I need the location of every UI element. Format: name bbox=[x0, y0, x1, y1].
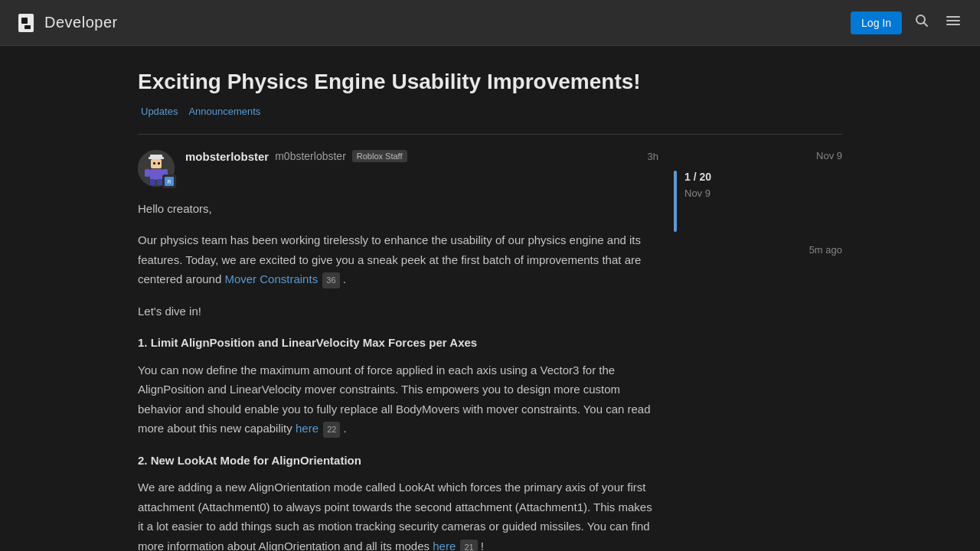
header-logo-area: Developer bbox=[15, 12, 118, 34]
header-actions: Log In bbox=[851, 9, 965, 36]
login-button[interactable]: Log In bbox=[851, 11, 902, 34]
section-1-heading: 1. Limit AlignPosition and LinearVelocit… bbox=[138, 333, 658, 353]
app-title: Developer bbox=[44, 14, 118, 31]
section-1-link-count: 22 bbox=[323, 422, 340, 438]
svg-line-4 bbox=[924, 23, 928, 27]
badge-icon: R bbox=[165, 177, 174, 186]
section-2-text: We are adding a new AlignOrientation mod… bbox=[138, 481, 652, 551]
svg-rect-1 bbox=[21, 18, 28, 24]
svg-text:R: R bbox=[167, 179, 171, 184]
post-meta: mobsterlobster m0bsterlobster Roblox Sta… bbox=[185, 150, 658, 163]
roblox-logo-icon bbox=[15, 12, 37, 34]
svg-rect-13 bbox=[158, 162, 160, 165]
post-time: 3h bbox=[648, 151, 658, 162]
avatar-badge: R bbox=[162, 174, 176, 188]
intro-suffix: . bbox=[343, 272, 346, 285]
divein-paragraph: Let's dive in! bbox=[138, 302, 658, 321]
hamburger-icon bbox=[945, 12, 962, 29]
post-title: Exciting Physics Engine Usability Improv… bbox=[138, 69, 842, 95]
section-2-link[interactable]: here bbox=[433, 540, 456, 551]
section-1-text: You can now define the maximum amount of… bbox=[138, 364, 651, 435]
greeting-text: Hello creators, bbox=[138, 202, 212, 215]
progress-info: 1 / 20 Nov 9 bbox=[684, 171, 711, 199]
svg-rect-10 bbox=[149, 157, 164, 159]
post-card: R mobsterlobster m0bsterlobster Roblox S… bbox=[138, 150, 658, 551]
sidebar-time-ago: 5m ago bbox=[674, 244, 842, 256]
progress-container: 1 / 20 Nov 9 bbox=[674, 171, 842, 232]
section-2-heading: 2. New LookAt Mode for AlignOrientation bbox=[138, 451, 658, 471]
svg-rect-12 bbox=[153, 162, 155, 165]
divein-text: Let's dive in! bbox=[138, 305, 201, 318]
page-container: Exciting Physics Engine Usability Improv… bbox=[122, 46, 858, 551]
post-header: R mobsterlobster m0bsterlobster Roblox S… bbox=[138, 150, 658, 187]
post-body: Hello creators, Our physics team has bee… bbox=[138, 199, 658, 551]
menu-button[interactable] bbox=[942, 9, 965, 36]
breadcrumb-updates[interactable]: Updates bbox=[138, 104, 181, 119]
svg-rect-14 bbox=[150, 169, 162, 180]
mover-constraints-link-count: 36 bbox=[322, 272, 339, 289]
section-2-suffix: ! bbox=[481, 540, 484, 551]
breadcrumb-announcements[interactable]: Announcements bbox=[185, 104, 263, 119]
section-divider bbox=[138, 134, 842, 135]
svg-rect-17 bbox=[150, 179, 155, 185]
greeting-paragraph: Hello creators, bbox=[138, 199, 658, 219]
progress-bar-fill bbox=[674, 171, 677, 232]
svg-rect-2 bbox=[24, 25, 31, 29]
section-1-link[interactable]: here bbox=[296, 422, 318, 435]
intro-text: Our physics team has been working tirele… bbox=[138, 233, 641, 285]
section-2-link-count: 21 bbox=[460, 540, 477, 551]
breadcrumb: Updates Announcements bbox=[138, 104, 842, 119]
author-username: m0bsterlobster bbox=[275, 150, 346, 162]
author-display-name: mobsterlobster bbox=[185, 150, 269, 163]
staff-badge: Roblox Staff bbox=[352, 150, 407, 162]
search-button[interactable] bbox=[911, 10, 933, 35]
progress-sub-date: Nov 9 bbox=[684, 187, 711, 199]
progress-bar-wrapper bbox=[674, 171, 677, 232]
progress-fraction: 1 / 20 bbox=[684, 171, 711, 183]
svg-rect-15 bbox=[145, 169, 150, 177]
search-icon bbox=[914, 13, 929, 28]
sidebar: Nov 9 1 / 20 Nov 9 5m ago bbox=[674, 150, 842, 256]
app-header: Developer Log In bbox=[0, 0, 980, 46]
svg-rect-18 bbox=[157, 179, 162, 185]
intro-paragraph: Our physics team has been working tirele… bbox=[138, 230, 658, 289]
avatar-container: R bbox=[138, 150, 175, 187]
mover-constraints-link[interactable]: Mover Constraints bbox=[224, 272, 318, 285]
sidebar-top-date: Nov 9 bbox=[674, 150, 842, 161]
section-1-suffix: . bbox=[344, 422, 347, 435]
section-2-body: We are adding a new AlignOrientation mod… bbox=[138, 478, 658, 551]
section-1-body: You can now define the maximum amount of… bbox=[138, 360, 658, 439]
main-layout: R mobsterlobster m0bsterlobster Roblox S… bbox=[138, 150, 842, 551]
post-meta-top: mobsterlobster m0bsterlobster Roblox Sta… bbox=[185, 150, 658, 163]
post-area: R mobsterlobster m0bsterlobster Roblox S… bbox=[138, 150, 658, 551]
